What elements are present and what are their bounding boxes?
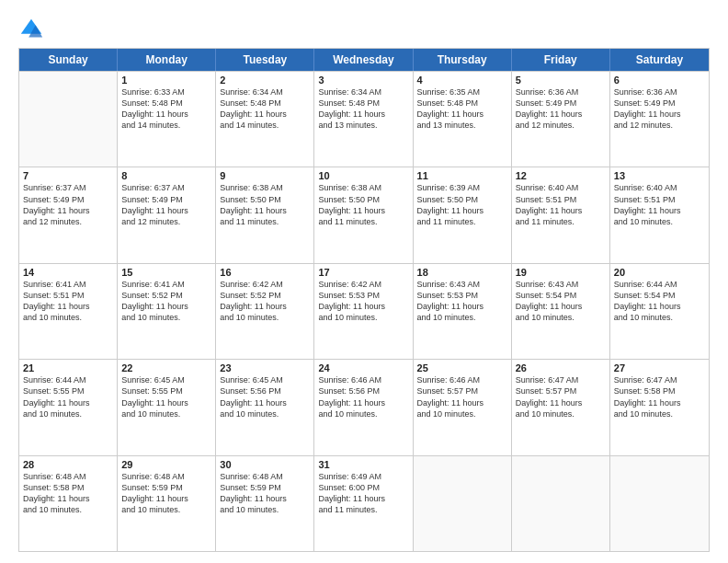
day-cell-30: 30Sunrise: 6:48 AM Sunset: 5:59 PM Dayli…	[216, 456, 314, 551]
day-info: Sunrise: 6:34 AM Sunset: 5:48 PM Dayligh…	[318, 86, 408, 132]
day-number: 24	[318, 362, 408, 373]
day-info: Sunrise: 6:33 AM Sunset: 5:48 PM Dayligh…	[121, 86, 211, 132]
day-cell-28: 28Sunrise: 6:48 AM Sunset: 5:58 PM Dayli…	[19, 456, 118, 551]
day-info: Sunrise: 6:45 AM Sunset: 5:55 PM Dayligh…	[121, 374, 211, 419]
day-number: 1	[121, 75, 211, 86]
day-number: 11	[417, 170, 507, 181]
week-row-2: 14Sunrise: 6:41 AM Sunset: 5:51 PM Dayli…	[19, 263, 709, 359]
day-number: 25	[417, 362, 507, 373]
day-info: Sunrise: 6:38 AM Sunset: 5:50 PM Dayligh…	[318, 182, 408, 227]
day-cell-4: 4Sunrise: 6:35 AM Sunset: 5:48 PM Daylig…	[414, 72, 512, 167]
day-cell-19: 19Sunrise: 6:43 AM Sunset: 5:54 PM Dayli…	[512, 264, 610, 359]
day-number: 5	[516, 75, 606, 86]
day-info: Sunrise: 6:37 AM Sunset: 5:49 PM Dayligh…	[23, 182, 113, 227]
week-row-1: 7Sunrise: 6:37 AM Sunset: 5:49 PM Daylig…	[19, 167, 709, 262]
header-thursday: Thursday	[414, 49, 512, 71]
day-cell-9: 9Sunrise: 6:38 AM Sunset: 5:50 PM Daylig…	[216, 167, 314, 262]
day-cell-27: 27Sunrise: 6:47 AM Sunset: 5:58 PM Dayli…	[610, 360, 709, 454]
day-cell-24: 24Sunrise: 6:46 AM Sunset: 5:56 PM Dayli…	[314, 360, 413, 454]
day-cell-12: 12Sunrise: 6:40 AM Sunset: 5:51 PM Dayli…	[512, 167, 610, 262]
calendar-body: 1Sunrise: 6:33 AM Sunset: 5:48 PM Daylig…	[19, 71, 709, 551]
logo	[18, 17, 48, 42]
day-number: 30	[220, 459, 310, 470]
page: SundayMondayTuesdayWednesdayThursdayFrid…	[0, 0, 728, 563]
day-number: 6	[614, 75, 705, 86]
day-cell-23: 23Sunrise: 6:45 AM Sunset: 5:56 PM Dayli…	[216, 360, 314, 454]
day-cell-2: 2Sunrise: 6:34 AM Sunset: 5:48 PM Daylig…	[216, 72, 314, 167]
day-info: Sunrise: 6:44 AM Sunset: 5:55 PM Dayligh…	[23, 374, 113, 419]
day-number: 2	[220, 75, 310, 86]
day-number: 16	[220, 267, 310, 278]
day-number: 4	[417, 75, 507, 86]
day-info: Sunrise: 6:39 AM Sunset: 5:50 PM Dayligh…	[417, 182, 507, 227]
day-cell-13: 13Sunrise: 6:40 AM Sunset: 5:51 PM Dayli…	[610, 167, 709, 262]
day-cell-1: 1Sunrise: 6:33 AM Sunset: 5:48 PM Daylig…	[118, 72, 216, 167]
day-cell-7: 7Sunrise: 6:37 AM Sunset: 5:49 PM Daylig…	[19, 167, 118, 262]
header-sunday: Sunday	[19, 49, 118, 71]
day-number: 8	[121, 170, 211, 181]
week-row-4: 28Sunrise: 6:48 AM Sunset: 5:58 PM Dayli…	[19, 455, 709, 551]
day-number: 20	[614, 267, 705, 278]
day-info: Sunrise: 6:47 AM Sunset: 5:57 PM Dayligh…	[516, 374, 606, 419]
day-number: 10	[318, 170, 408, 181]
day-info: Sunrise: 6:47 AM Sunset: 5:58 PM Dayligh…	[614, 374, 705, 419]
day-number: 23	[220, 362, 310, 373]
day-info: Sunrise: 6:46 AM Sunset: 5:57 PM Dayligh…	[417, 374, 507, 419]
day-cell-17: 17Sunrise: 6:42 AM Sunset: 5:53 PM Dayli…	[314, 264, 413, 359]
day-number: 31	[318, 459, 408, 470]
day-info: Sunrise: 6:36 AM Sunset: 5:49 PM Dayligh…	[614, 86, 705, 132]
day-number: 7	[23, 170, 113, 181]
header-saturday: Saturday	[610, 49, 709, 71]
day-info: Sunrise: 6:44 AM Sunset: 5:54 PM Dayligh…	[614, 279, 705, 324]
header-monday: Monday	[118, 49, 216, 71]
day-info: Sunrise: 6:42 AM Sunset: 5:52 PM Dayligh…	[220, 279, 310, 324]
calendar: SundayMondayTuesdayWednesdayThursdayFrid…	[18, 48, 710, 552]
day-number: 13	[614, 170, 705, 181]
day-cell-15: 15Sunrise: 6:41 AM Sunset: 5:52 PM Dayli…	[118, 264, 216, 359]
logo-icon	[18, 17, 44, 42]
day-number: 29	[121, 459, 211, 470]
day-number: 14	[23, 267, 113, 278]
day-cell-11: 11Sunrise: 6:39 AM Sunset: 5:50 PM Dayli…	[414, 167, 512, 262]
day-number: 21	[23, 362, 113, 373]
day-info: Sunrise: 6:35 AM Sunset: 5:48 PM Dayligh…	[417, 86, 507, 132]
day-info: Sunrise: 6:37 AM Sunset: 5:49 PM Dayligh…	[121, 182, 211, 227]
day-cell-21: 21Sunrise: 6:44 AM Sunset: 5:55 PM Dayli…	[19, 360, 118, 454]
week-row-3: 21Sunrise: 6:44 AM Sunset: 5:55 PM Dayli…	[19, 359, 709, 454]
day-info: Sunrise: 6:41 AM Sunset: 5:51 PM Dayligh…	[23, 279, 113, 324]
day-info: Sunrise: 6:48 AM Sunset: 5:59 PM Dayligh…	[121, 471, 211, 516]
day-number: 15	[121, 267, 211, 278]
day-cell-18: 18Sunrise: 6:43 AM Sunset: 5:53 PM Dayli…	[414, 264, 512, 359]
day-cell-20: 20Sunrise: 6:44 AM Sunset: 5:54 PM Dayli…	[610, 264, 709, 359]
day-number: 3	[318, 75, 408, 86]
day-info: Sunrise: 6:42 AM Sunset: 5:53 PM Dayligh…	[318, 279, 408, 324]
day-info: Sunrise: 6:41 AM Sunset: 5:52 PM Dayligh…	[121, 279, 211, 324]
empty-cell-4-4	[414, 456, 512, 551]
day-number: 26	[516, 362, 606, 373]
header	[18, 17, 710, 42]
header-friday: Friday	[512, 49, 610, 71]
header-wednesday: Wednesday	[314, 49, 413, 71]
day-info: Sunrise: 6:43 AM Sunset: 5:53 PM Dayligh…	[417, 279, 507, 324]
day-info: Sunrise: 6:46 AM Sunset: 5:56 PM Dayligh…	[318, 374, 408, 419]
day-number: 27	[614, 362, 705, 373]
day-cell-26: 26Sunrise: 6:47 AM Sunset: 5:57 PM Dayli…	[512, 360, 610, 454]
day-cell-5: 5Sunrise: 6:36 AM Sunset: 5:49 PM Daylig…	[512, 72, 610, 167]
day-info: Sunrise: 6:49 AM Sunset: 6:00 PM Dayligh…	[318, 471, 408, 516]
day-cell-29: 29Sunrise: 6:48 AM Sunset: 5:59 PM Dayli…	[118, 456, 216, 551]
day-cell-6: 6Sunrise: 6:36 AM Sunset: 5:49 PM Daylig…	[610, 72, 709, 167]
day-cell-25: 25Sunrise: 6:46 AM Sunset: 5:57 PM Dayli…	[414, 360, 512, 454]
day-info: Sunrise: 6:38 AM Sunset: 5:50 PM Dayligh…	[220, 182, 310, 227]
day-number: 18	[417, 267, 507, 278]
day-cell-31: 31Sunrise: 6:49 AM Sunset: 6:00 PM Dayli…	[314, 456, 413, 551]
day-cell-3: 3Sunrise: 6:34 AM Sunset: 5:48 PM Daylig…	[314, 72, 413, 167]
day-cell-8: 8Sunrise: 6:37 AM Sunset: 5:49 PM Daylig…	[118, 167, 216, 262]
day-cell-16: 16Sunrise: 6:42 AM Sunset: 5:52 PM Dayli…	[216, 264, 314, 359]
day-number: 17	[318, 267, 408, 278]
day-info: Sunrise: 6:40 AM Sunset: 5:51 PM Dayligh…	[614, 182, 705, 227]
day-info: Sunrise: 6:48 AM Sunset: 5:59 PM Dayligh…	[220, 471, 310, 516]
day-info: Sunrise: 6:34 AM Sunset: 5:48 PM Dayligh…	[220, 86, 310, 132]
day-info: Sunrise: 6:45 AM Sunset: 5:56 PM Dayligh…	[220, 374, 310, 419]
day-number: 22	[121, 362, 211, 373]
day-info: Sunrise: 6:36 AM Sunset: 5:49 PM Dayligh…	[516, 86, 606, 132]
